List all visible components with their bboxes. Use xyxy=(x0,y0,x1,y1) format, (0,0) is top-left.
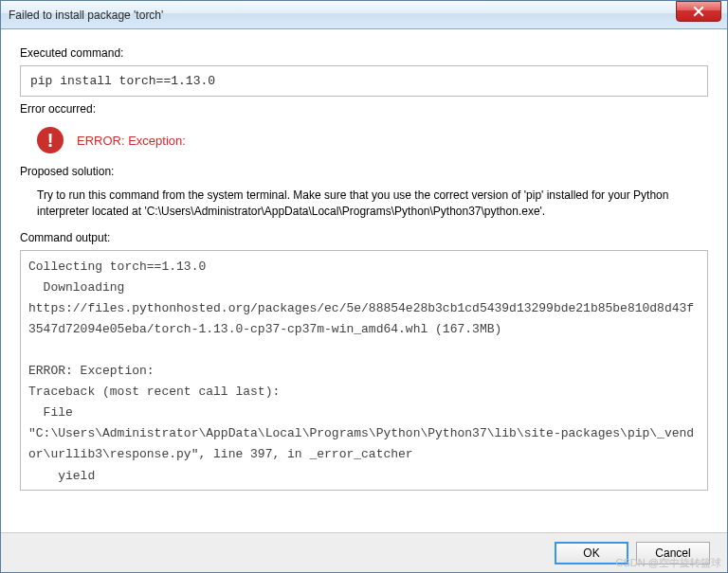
proposed-label: Proposed solution: xyxy=(20,165,708,178)
solution-text: Try to run this command from the system … xyxy=(20,184,708,225)
output-line: "C:\Users\Administrator\AppData\Local\Pr… xyxy=(28,423,700,465)
error-icon: ! xyxy=(37,127,64,153)
dialog-content: Executed command: pip install torch==1.1… xyxy=(1,29,727,538)
output-line: yield xyxy=(28,466,700,487)
error-row: ! ERROR: Exception: xyxy=(20,121,708,159)
output-line: Collecting torch==1.13.0 xyxy=(28,257,700,278)
close-icon xyxy=(693,6,704,17)
executed-command-box: pip install torch==1.13.0 xyxy=(20,65,708,97)
window-title: Failed to install package 'torch' xyxy=(1,9,676,22)
output-line xyxy=(28,340,700,361)
titlebar: Failed to install package 'torch' xyxy=(1,1,727,29)
output-line: Downloading xyxy=(28,278,700,298)
close-button[interactable] xyxy=(676,1,721,22)
output-line: https://files.pythonhosted.org/packages/… xyxy=(28,298,700,340)
output-line: File xyxy=(28,487,700,491)
error-text: ERROR: Exception: xyxy=(77,134,186,148)
cancel-button[interactable]: Cancel xyxy=(636,542,710,564)
executed-label: Executed command: xyxy=(20,46,708,60)
output-line: ERROR: Exception: xyxy=(28,361,700,382)
dialog-footer: OK Cancel CSDN @空中旋转篮球 xyxy=(1,532,727,572)
ok-button[interactable]: OK xyxy=(555,542,628,564)
output-label: Command output: xyxy=(20,231,708,244)
command-output-box[interactable]: Collecting torch==1.13.0 Downloadinghttp… xyxy=(20,250,708,491)
output-line: File xyxy=(28,403,700,423)
output-line: Traceback (most recent call last): xyxy=(28,382,700,403)
error-label: Error occurred: xyxy=(20,102,708,116)
